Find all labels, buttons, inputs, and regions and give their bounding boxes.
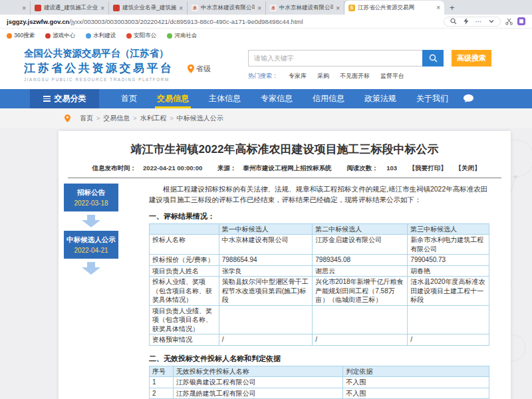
browser-tab[interactable]: S 江苏省公共资源交易网 × — [344, 1, 444, 15]
new-tab-button[interactable]: + — [444, 3, 460, 13]
bookmark-item[interactable]: 安阳市公 — [126, 32, 156, 40]
invalid-bidder-verdict-cell: 不入围 — [343, 388, 489, 399]
bid-result-cell: 7988654.94 — [219, 255, 313, 266]
article-info-line: 信息发布时间：2022-04-21 00:00:00 来源：泰州市建设工程网上招… — [59, 164, 511, 173]
bookmark-label: 水利建设 — [93, 32, 116, 40]
nav-item[interactable]: 政策法规 — [354, 89, 406, 108]
search-button[interactable] — [422, 50, 444, 66]
tab-favicon-icon: 水 — [270, 5, 277, 11]
logo-line1: 全国公共资源交易平台（江苏省） — [24, 47, 174, 60]
tab-close-icon[interactable]: × — [179, 5, 183, 12]
views-count: 103 — [386, 164, 397, 172]
scissors-icon[interactable] — [505, 18, 513, 25]
nav-item[interactable]: 专家信息 — [251, 89, 303, 108]
bid-result-cell: 兴化市2018年新增千亿斤粮食产能规划田间工程（7.58万亩）（临城街道三标） — [313, 277, 408, 306]
bid-result-label-cell: 投标人名称 — [150, 235, 219, 255]
browser-tab[interactable]: 水 中水京林建设有限公司最新中 × — [188, 1, 266, 15]
chevron-down-icon[interactable] — [487, 18, 495, 25]
bookmark-item[interactable]: 水利建设 — [86, 32, 116, 40]
nav-category-label: 交易分类 — [55, 93, 86, 104]
nav-item[interactable]: 信用信息 — [303, 89, 354, 108]
breadcrumb: 首页 > 交易信息 > 水利工程 > 中标候选人公示 — [0, 108, 532, 128]
browser-window: × 建设通_建筑施工企业中标_资 × 建筑企业名录_建筑施工企业 × 水 中水京… — [0, 0, 532, 399]
invalid-bidder-header-row: 序号 无效投标文件投标人名称 判定依据 — [150, 366, 489, 377]
search-input[interactable] — [248, 50, 422, 66]
region-selector[interactable]: 省级 — [188, 64, 211, 74]
bid-result-row: 资格预审情况 / / / — [150, 334, 489, 346]
browser-tab-partial[interactable]: × — [0, 1, 31, 15]
bid-result-header-cell: 第二中标候选人 — [313, 223, 408, 235]
extension-icon[interactable] — [517, 17, 525, 25]
bid-result-cell: 7989345.08 — [313, 255, 408, 266]
search-icon — [429, 54, 438, 63]
bid-result-label-cell: 投标报价（元/费率） — [150, 255, 219, 266]
main-nav: 交易分类 首页 交易信息 主体信息 专家信息 信用信息 政策法规 关于我们 — [0, 89, 532, 108]
tab-favicon-icon: 水 — [192, 5, 198, 11]
breadcrumb-item[interactable]: 中标候选人公示 — [177, 114, 223, 123]
nav-item[interactable]: 交易信息 — [147, 89, 199, 108]
bookmark-label: 游戏中心 — [53, 32, 75, 40]
invalid-bidder-name-cell: 江苏晟皓建筑工程有限公司 — [173, 388, 343, 399]
hot-search-item[interactable]: 不见面开标 — [340, 72, 370, 80]
bookmark-item[interactable]: 河南社会 — [167, 32, 197, 40]
bid-result-cell — [313, 305, 408, 334]
zoom-search-icon[interactable] — [450, 18, 457, 25]
breadcrumb-separator: > — [133, 115, 136, 122]
region-label: 省级 — [196, 64, 211, 74]
print-button[interactable]: 【我要打印】 — [409, 164, 447, 172]
hot-search-label: 热门搜索： — [248, 72, 278, 80]
bid-result-header-cell: 第一中标候选人 — [219, 223, 313, 235]
browser-tab-bar: × 建设通_建筑施工企业中标_资 × 建筑企业名录_建筑施工企业 × 水 中水京… — [0, 0, 532, 15]
nav-item[interactable]: 关于我们 — [406, 89, 458, 108]
page-main: 靖江市生祠镇2022年高标准农田建设项目施工三标段中标公示 信息发布时间：202… — [0, 128, 532, 399]
bookmark-item[interactable]: 游戏中心 — [45, 32, 75, 40]
hot-search-item[interactable]: 采购 — [317, 72, 329, 80]
close-button[interactable]: 【关闭】 — [455, 164, 480, 172]
hot-search-item[interactable]: 监督平台 — [380, 72, 404, 80]
bid-result-cell: 新余市水利电力建筑工程有限公司 — [408, 235, 489, 255]
bid-result-header-cell — [150, 223, 219, 235]
breadcrumb-item[interactable]: 交易信息 — [103, 114, 130, 123]
bid-result-cell: / — [313, 334, 408, 346]
tab-close-icon[interactable]: × — [100, 5, 104, 12]
browser-tab[interactable]: 建设通_建筑施工企业中标_资 × — [31, 1, 109, 15]
breadcrumb-separator: > — [170, 115, 174, 122]
advanced-search-button[interactable]: 高级搜索 — [452, 50, 491, 66]
invalid-bidder-no-cell: 1 — [150, 377, 174, 388]
hot-search-item[interactable]: 专家库 — [289, 72, 307, 80]
url-bar[interactable]: jsggzy.jszwfw.gov.cn/jyxx/003003/0030030… — [0, 15, 532, 29]
nav-item[interactable]: 主体信息 — [199, 89, 251, 108]
nav-category-button[interactable]: 交易分类 — [30, 89, 99, 108]
timeline-step[interactable]: 中标候选人公示 2022-04-21 — [64, 231, 118, 259]
intro-paragraph: 根据工程建设招标投标的有关法律、法规、规章和该工程招标文件的规定,靖江市生祠镇2… — [149, 184, 489, 205]
menu-icon — [43, 94, 51, 103]
bid-result-cell: 策勒县奴尔河中型灌区骨干工程节水改造项目第四(施工)标段 — [219, 277, 313, 306]
bid-result-header-row: 第一中标候选人 第二中标候选人 第三中标候选人 — [150, 223, 489, 235]
nav-item[interactable]: 首页 — [111, 89, 147, 108]
breadcrumb-item[interactable]: 水利工程 — [140, 114, 167, 123]
tab-close-icon[interactable]: × — [22, 5, 26, 12]
breadcrumb-separator: > — [96, 115, 100, 122]
source-value: 泰州市建设工程网上招投标系统 — [243, 164, 331, 172]
bookmark-item[interactable]: 360搜索 — [7, 32, 35, 40]
tab-close-icon[interactable]: × — [436, 4, 440, 11]
invalid-bidder-header-cell: 无效投标文件投标人名称 — [173, 366, 343, 377]
urlbar-tool-group: ⋯ — [444, 17, 501, 27]
bid-result-cell: / — [408, 334, 489, 346]
invalid-bidder-verdict-cell: 不入围 — [343, 377, 489, 388]
timeline-step[interactable]: 招标公告 2022-03-18 — [64, 184, 118, 211]
views-label: 阅读次数： — [346, 164, 378, 172]
tab-title: 江苏省公共资源交易网 — [358, 4, 434, 12]
tab-close-icon[interactable]: × — [336, 5, 340, 12]
lightning-icon[interactable] — [462, 18, 469, 25]
chat-icon[interactable] — [464, 89, 473, 108]
bid-result-row: 投标报价（元/费率） 7988654.94 7989345.08 7990450… — [150, 255, 489, 266]
browser-tab[interactable]: 水 中水京林建设有限公司靖江市 × — [266, 1, 344, 15]
browser-tab[interactable]: 建筑企业名录_建筑施工企业 × — [109, 1, 188, 15]
breadcrumb-item[interactable]: 首页 — [80, 114, 93, 123]
page-url[interactable]: jsggzy.jszwfw.gov.cn/jyxx/003003/0030030… — [7, 18, 444, 25]
tab-close-icon[interactable]: × — [257, 5, 261, 12]
tab-favicon-icon: S — [348, 5, 355, 11]
site-logo: 全国公共资源交易平台（江苏省） 江苏省公共资源交易平台 JIANGSU PUBL… — [24, 47, 174, 82]
more-icon[interactable]: ⋯ — [475, 18, 482, 25]
